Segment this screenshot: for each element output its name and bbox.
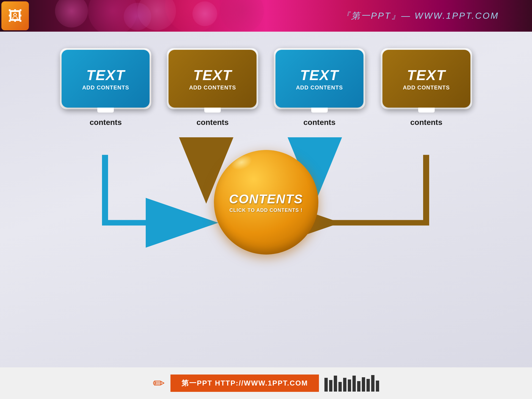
bar-7	[352, 376, 356, 392]
bar-3	[334, 376, 337, 392]
center-sphere[interactable]: CONTENTS CLICK TO ADD CONTENTS !	[214, 150, 318, 255]
bar-6	[348, 379, 351, 392]
bar-8	[357, 381, 360, 392]
bar-4	[338, 382, 342, 392]
bar-10	[366, 379, 370, 392]
footer-url: 第一PPT HTTP://WWW.1PPT.COM	[181, 378, 308, 388]
footer-bars	[324, 375, 379, 392]
bar-1	[324, 378, 328, 392]
sphere-title: CONTENTS	[229, 192, 303, 206]
sphere[interactable]: CONTENTS CLICK TO ADD CONTENTS !	[214, 150, 318, 255]
bar-11	[371, 375, 374, 392]
logo-box: 🖼	[1, 1, 29, 30]
header: 🖼 『第一PPT』— WWW.1PPT.COM	[0, 0, 532, 32]
sphere-subtitle: CLICK TO ADD CONTENTS !	[230, 207, 303, 213]
header-title: 『第一PPT』— WWW.1PPT.COM	[341, 10, 499, 22]
bar-12	[376, 381, 379, 392]
pencil-icon: ✏	[153, 375, 165, 392]
bar-5	[343, 378, 346, 392]
bar-9	[362, 377, 365, 392]
presentation-icon: 🖼	[8, 8, 22, 24]
bar-2	[329, 380, 332, 392]
slide-container: 🖼 『第一PPT』— WWW.1PPT.COM TEXT ADD CONTENT…	[0, 0, 532, 399]
footer: ✏ 第一PPT HTTP://WWW.1PPT.COM	[0, 367, 532, 399]
diagram-area: TEXT ADD CONTENTS contents TEXT ADD CONT…	[0, 32, 532, 367]
footer-url-box: 第一PPT HTTP://WWW.1PPT.COM	[170, 375, 319, 392]
